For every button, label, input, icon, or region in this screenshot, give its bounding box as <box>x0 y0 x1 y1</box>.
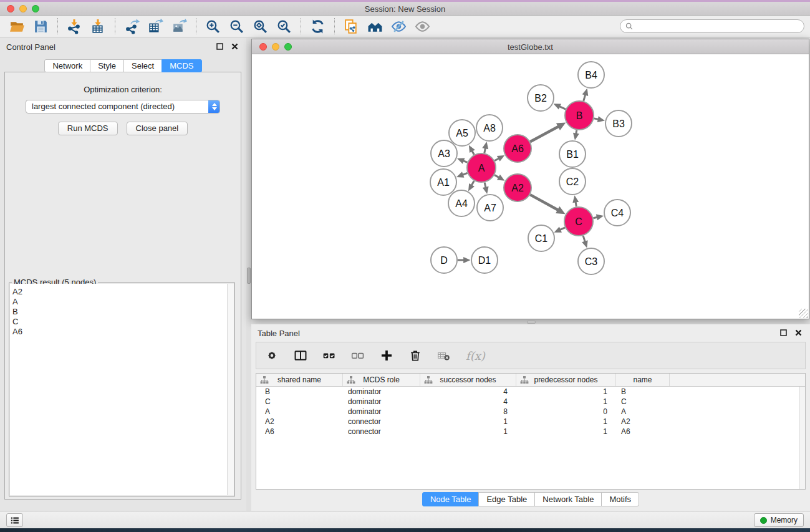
zoom-in-button[interactable] <box>203 17 222 35</box>
table-cell: A <box>616 407 670 417</box>
search-input[interactable] <box>634 22 804 31</box>
select-all-columns-icon[interactable] <box>322 349 336 362</box>
splitter-grip[interactable] <box>527 321 536 324</box>
window-resize-grip[interactable] <box>799 309 808 318</box>
tab-network-table[interactable]: Network Table <box>534 492 602 506</box>
add-column-icon[interactable] <box>380 349 393 362</box>
graph-node-B4[interactable]: B4 <box>578 62 604 88</box>
graph-node-D[interactable]: D <box>431 247 457 273</box>
mcds-result-item[interactable]: A2 <box>12 287 227 297</box>
table-row[interactable]: Bdominator41B <box>256 387 805 397</box>
table-scrollbar[interactable] <box>799 387 805 489</box>
tab-motifs[interactable]: Motifs <box>601 492 639 506</box>
apply-layout-button[interactable] <box>308 17 327 35</box>
show-all-button[interactable] <box>413 17 432 35</box>
horizontal-splitter[interactable] <box>251 320 810 324</box>
graph-node-C2[interactable]: C2 <box>559 168 586 195</box>
graph-node-A6[interactable]: A6 <box>504 135 531 162</box>
graph-node-B2[interactable]: B2 <box>528 85 554 111</box>
result-list-scrollbar[interactable] <box>227 284 234 495</box>
close-panel-icon[interactable] <box>231 43 238 50</box>
export-image-button[interactable] <box>170 17 188 35</box>
mcds-result-item[interactable]: C <box>12 317 227 327</box>
save-session-button[interactable] <box>31 17 50 35</box>
column-header-predecessor-nodes[interactable]: predecessor nodes <box>516 374 616 386</box>
vertical-splitter[interactable] <box>246 38 251 511</box>
graph-node-C4[interactable]: C4 <box>604 200 630 226</box>
desktop-strip-bottom <box>0 528 810 532</box>
mcds-result-item[interactable]: A6 <box>12 327 227 337</box>
mcds-result-item[interactable]: A <box>12 297 227 307</box>
graph-node-A3[interactable]: A3 <box>431 140 457 167</box>
table-row[interactable]: Adominator80A <box>256 407 805 417</box>
list-icon <box>9 515 20 526</box>
table-cell: 1 <box>516 427 616 437</box>
duplicate-network-button[interactable] <box>342 17 360 35</box>
split-columns-icon[interactable] <box>294 349 307 362</box>
tab-network[interactable]: Network <box>44 59 90 72</box>
graph-node-A[interactable]: A <box>467 153 496 182</box>
graph-node-A1[interactable]: A1 <box>430 169 456 195</box>
splitter-grip[interactable] <box>247 268 251 284</box>
float-panel-icon[interactable] <box>216 43 223 50</box>
open-network-button[interactable] <box>7 17 26 35</box>
double-home-button[interactable] <box>365 17 384 35</box>
graph-node-A4[interactable]: A4 <box>448 190 475 216</box>
graph-node-A2[interactable]: A2 <box>504 174 531 201</box>
delete-column-icon[interactable] <box>408 349 422 362</box>
search-field[interactable] <box>620 19 804 33</box>
tab-select[interactable]: Select <box>123 59 162 72</box>
svg-text:A: A <box>478 163 485 173</box>
import-network-button[interactable] <box>65 17 84 35</box>
column-header-name[interactable]: name <box>616 374 670 386</box>
zoom-fit-button[interactable] <box>251 17 269 35</box>
zoom-out-button[interactable] <box>227 17 246 35</box>
table-row[interactable]: A6connector11A6 <box>256 427 805 437</box>
export-table-button[interactable] <box>146 17 165 35</box>
table-row[interactable]: Cdominator41C <box>256 397 805 407</box>
graph-node-C[interactable]: C <box>564 207 593 236</box>
mcds-result-item[interactable]: B <box>12 307 227 317</box>
float-panel-icon[interactable] <box>780 329 787 336</box>
task-history-button[interactable] <box>6 513 23 527</box>
column-header-successor-nodes[interactable]: successor nodes <box>420 374 516 386</box>
function-builder-icon[interactable]: f(x) <box>466 349 485 362</box>
hide-selected-button[interactable] <box>389 17 408 35</box>
graph-edge-arrowhead <box>597 116 605 122</box>
tab-style[interactable]: Style <box>90 59 124 72</box>
criterion-dropdown[interactable]: largest connected component (directed) <box>26 100 220 114</box>
graph-node-B[interactable]: B <box>565 101 594 130</box>
import-table-button[interactable] <box>89 17 107 35</box>
graph-node-A8[interactable]: A8 <box>476 115 503 141</box>
graph-node-A5[interactable]: A5 <box>449 120 475 146</box>
graph-node-B1[interactable]: B1 <box>559 141 586 167</box>
graph-node-A7[interactable]: A7 <box>477 195 503 221</box>
column-header-mcds-role[interactable]: MCDS role <box>343 374 420 386</box>
svg-text:B4: B4 <box>585 70 597 80</box>
dropdown-stepper-icon <box>208 100 220 114</box>
gear-icon[interactable] <box>265 349 279 362</box>
tab-mcds[interactable]: MCDS <box>162 59 201 72</box>
memory-button[interactable]: Memory <box>754 513 804 527</box>
table-cell: 4 <box>420 397 516 407</box>
tab-node-table[interactable]: Node Table <box>422 492 480 506</box>
delete-table-icon[interactable] <box>437 349 451 362</box>
column-header-shared-name[interactable]: shared name <box>256 374 343 386</box>
graph-edge-A6-B[interactable] <box>530 126 559 142</box>
app-titlebar[interactable]: Session: New Session <box>0 2 810 16</box>
graph-node-C1[interactable]: C1 <box>528 225 554 251</box>
export-network-button[interactable] <box>122 17 141 35</box>
network-window-titlebar[interactable]: testGlobe.txt <box>252 39 809 54</box>
tab-edge-table[interactable]: Edge Table <box>478 492 535 506</box>
close-panel-icon[interactable] <box>795 329 802 336</box>
zoom-selected-button[interactable] <box>274 17 293 35</box>
run-mcds-button[interactable]: Run MCDS <box>58 122 118 135</box>
table-row[interactable]: A2connector11A2 <box>256 417 805 427</box>
graph-node-C3[interactable]: C3 <box>578 248 604 274</box>
network-canvas[interactable]: A5A8A3A6AA1A4A7A2B4B2BB3B1C2CC4C1C3DD1 <box>252 55 809 319</box>
graph-node-D1[interactable]: D1 <box>471 247 498 273</box>
graph-edge-A2-C[interactable] <box>530 195 559 210</box>
unselect-all-columns-icon[interactable] <box>351 349 365 362</box>
graph-node-B3[interactable]: B3 <box>605 110 632 137</box>
close-panel-button[interactable]: Close panel <box>127 122 188 135</box>
